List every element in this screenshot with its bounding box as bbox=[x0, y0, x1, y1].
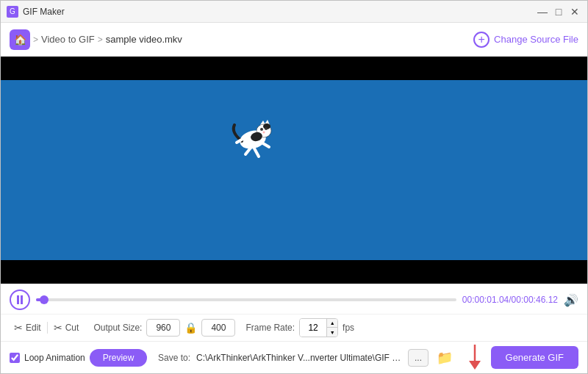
change-source-button[interactable]: + Change Source File bbox=[473, 32, 578, 48]
loop-animation-label: Loop Animation bbox=[24, 353, 85, 363]
down-arrow-svg bbox=[466, 345, 484, 371]
svg-point-12 bbox=[265, 127, 268, 130]
volume-icon[interactable]: 🔊 bbox=[564, 293, 578, 307]
letterbox-top bbox=[1, 57, 587, 80]
frame-rate-label: Frame Rate: bbox=[245, 323, 295, 333]
folder-button[interactable]: 📁 bbox=[434, 349, 455, 367]
title-bar-controls: — □ ✕ bbox=[536, 5, 581, 18]
edit-button[interactable]: ✂ Edit bbox=[10, 320, 46, 336]
loop-animation-checkbox[interactable] bbox=[10, 353, 20, 363]
separator bbox=[47, 322, 48, 334]
progress-thumb[interactable] bbox=[40, 295, 49, 304]
letterbox-bottom bbox=[1, 260, 587, 284]
edit-cut-group: ✂ Edit ✂ Cut bbox=[10, 320, 83, 336]
cat-figure bbox=[223, 110, 282, 162]
edit-controls-row: ✂ Edit ✂ Cut Output Size: 🔒 Frame Rate: … bbox=[1, 314, 587, 341]
preview-button[interactable]: Preview bbox=[90, 349, 148, 367]
time-display: 00:00:01.04/00:00:46.12 bbox=[462, 295, 558, 305]
cut-button[interactable]: ✂ Cut bbox=[49, 320, 84, 336]
top-bar: 🏠 > Video to GIF > sample video.mkv + Ch… bbox=[1, 23, 587, 57]
title-bar-left: G GIF Maker bbox=[7, 6, 65, 18]
edit-label: Edit bbox=[26, 323, 41, 333]
breadcrumb-section: Video to GIF bbox=[41, 34, 95, 45]
video-preview bbox=[1, 57, 587, 284]
minimize-button[interactable]: — bbox=[536, 5, 549, 18]
pause-button[interactable] bbox=[10, 290, 30, 310]
fps-up-button[interactable]: ▲ bbox=[327, 319, 337, 328]
fps-down-button[interactable]: ▼ bbox=[327, 328, 337, 337]
video-canvas bbox=[1, 57, 587, 284]
sky-background bbox=[1, 80, 587, 260]
svg-point-13 bbox=[263, 132, 265, 134]
playback-controls: 00:00:01.04/00:00:46.12 🔊 bbox=[1, 284, 587, 314]
output-size-group: Output Size: 🔒 bbox=[93, 319, 235, 337]
fps-input-group: ▲ ▼ bbox=[299, 318, 338, 337]
svg-line-9 bbox=[262, 143, 269, 147]
breadcrumb: 🏠 > Video to GIF > sample video.mkv bbox=[10, 29, 182, 50]
cut-label: Cut bbox=[65, 323, 79, 333]
close-button[interactable]: ✕ bbox=[568, 5, 581, 18]
loop-animation-group: Loop Animation Preview bbox=[10, 349, 147, 367]
fps-unit: fps bbox=[343, 323, 354, 333]
breadcrumb-separator2: > bbox=[98, 35, 103, 45]
width-input[interactable] bbox=[146, 319, 180, 337]
cut-icon: ✂ bbox=[54, 322, 62, 334]
generate-gif-button[interactable]: Generate GIF bbox=[491, 346, 578, 369]
app-icon: G bbox=[7, 6, 18, 18]
main-window: G GIF Maker — □ ✕ 🏠 > Video to GIF > sam… bbox=[0, 0, 588, 374]
bottom-bar: Loop Animation Preview Save to: C:\ArkTh… bbox=[1, 341, 587, 373]
current-time: 00:00:01.04 bbox=[462, 295, 509, 305]
total-time: 00:00:46.12 bbox=[512, 295, 558, 305]
browse-button[interactable]: ... bbox=[408, 349, 429, 367]
change-source-label: Change Source File bbox=[494, 34, 578, 45]
save-label: Save to: bbox=[158, 353, 190, 363]
folder-icon: 📁 bbox=[437, 350, 453, 366]
lock-icon[interactable]: 🔒 bbox=[184, 322, 197, 334]
right-section: Generate GIF bbox=[466, 345, 578, 371]
fps-spinners: ▲ ▼ bbox=[326, 319, 337, 337]
save-path: C:\ArkThinker\ArkThinker V...nverter Ult… bbox=[196, 353, 402, 363]
svg-line-8 bbox=[254, 148, 259, 157]
progress-bar[interactable] bbox=[36, 298, 456, 301]
output-size-label: Output Size: bbox=[93, 323, 142, 333]
home-icon[interactable]: 🏠 bbox=[10, 29, 30, 50]
frame-rate-group: Frame Rate: ▲ ▼ fps bbox=[245, 318, 354, 337]
fps-input[interactable] bbox=[300, 319, 326, 337]
arrow-indicator bbox=[466, 345, 484, 371]
breadcrumb-separator: > bbox=[33, 35, 38, 45]
height-input[interactable] bbox=[201, 319, 235, 337]
breadcrumb-filename: sample video.mkv bbox=[106, 34, 182, 45]
svg-marker-15 bbox=[469, 361, 481, 370]
edit-icon: ✂ bbox=[14, 322, 23, 334]
maximize-button[interactable]: □ bbox=[552, 5, 565, 18]
title-bar: G GIF Maker — □ ✕ bbox=[1, 1, 587, 23]
plus-icon: + bbox=[473, 32, 490, 48]
save-section: Save to: C:\ArkThinker\ArkThinker V...nv… bbox=[158, 349, 455, 367]
window-title: GIF Maker bbox=[23, 7, 65, 17]
svg-point-11 bbox=[260, 128, 263, 131]
pause-icon bbox=[17, 295, 23, 304]
